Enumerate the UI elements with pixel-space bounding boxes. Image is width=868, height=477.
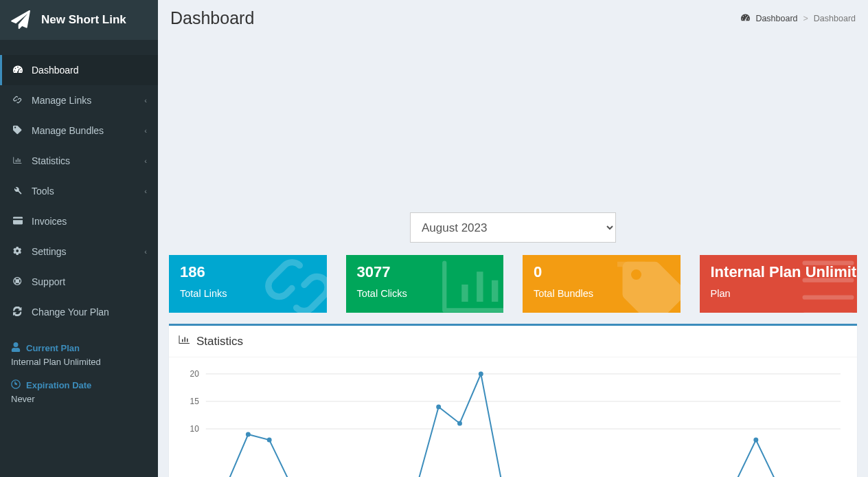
sidebar-item-manage-bundles[interactable]: Manage Bundles‹: [0, 115, 158, 146]
chevron-left-icon: ‹: [144, 247, 147, 256]
user-icon: [11, 342, 21, 354]
refresh-icon: [11, 307, 25, 318]
svg-text:20: 20: [190, 369, 200, 379]
chevron-left-icon: ‹: [144, 187, 147, 195]
sidebar-item-change-your-plan[interactable]: Change Your Plan: [0, 297, 158, 327]
new-short-link-label: New Short Link: [41, 13, 126, 27]
sidebar-item-label: Manage Links: [32, 95, 91, 106]
tile-total-bundles[interactable]: 0 Total Bundles: [523, 255, 681, 313]
sidebar-item-label: Tools: [32, 186, 54, 197]
sidebar-nav: DashboardManage Links‹Manage Bundles‹Sta…: [0, 55, 158, 327]
sidebar-item-label: Dashboard: [32, 65, 79, 76]
life-ring-icon: [11, 276, 25, 288]
statistics-panel: Statistics 101520: [169, 324, 857, 477]
chevron-left-icon: ‹: [144, 126, 147, 135]
sidebar-item-label: Statistics: [32, 155, 70, 166]
sidebar-item-tools[interactable]: Tools‹: [0, 176, 158, 206]
svg-point-32: [753, 438, 758, 443]
breadcrumb: Dashboard > Dashboard: [741, 13, 856, 24]
tile-total-clicks[interactable]: 3077 Total Clicks: [346, 255, 504, 313]
clock-icon: [11, 379, 21, 391]
bar-chart-icon: [179, 334, 190, 348]
svg-text:10: 10: [190, 424, 200, 434]
sidebar-item-label: Change Your Plan: [32, 307, 109, 318]
link-icon: [264, 255, 327, 313]
tags-icon: [617, 255, 681, 313]
page-title: Dashboard: [170, 8, 254, 28]
expiration-value: Never: [11, 394, 147, 404]
sidebar-item-support[interactable]: Support: [0, 267, 158, 297]
statistics-panel-header: Statistics: [169, 326, 857, 357]
sidebar-item-label: Manage Bundles: [32, 125, 104, 136]
wrench-icon: [11, 186, 25, 197]
svg-text:15: 15: [190, 397, 200, 406]
sidebar-item-label: Invoices: [32, 216, 67, 227]
svg-point-18: [457, 421, 462, 426]
svg-point-17: [436, 405, 441, 410]
chevron-left-icon: ‹: [144, 157, 147, 165]
statistics-panel-body: 101520: [169, 357, 857, 477]
breadcrumb-root[interactable]: Dashboard: [755, 14, 797, 23]
credit-card-icon: [11, 216, 25, 228]
tags-icon: [11, 125, 25, 137]
new-short-link-button[interactable]: New Short Link: [0, 0, 158, 40]
link-icon: [11, 95, 25, 107]
sidebar-item-label: Settings: [32, 246, 67, 257]
expiration-header: Expiration Date: [11, 379, 147, 391]
chevron-left-icon: ‹: [144, 96, 147, 104]
sidebar: New Short Link DashboardManage Links‹Man…: [0, 0, 158, 477]
sidebar-item-label: Support: [32, 276, 65, 287]
sidebar-item-dashboard[interactable]: Dashboard: [0, 55, 158, 85]
page-header: Dashboard Dashboard > Dashboard: [158, 0, 868, 34]
sidebar-item-settings[interactable]: Settings‹: [0, 236, 158, 267]
tachometer-icon: [741, 13, 750, 24]
svg-point-8: [246, 432, 251, 437]
main-content: Dashboard Dashboard > Dashboard August 2…: [158, 0, 868, 477]
sidebar-item-manage-links[interactable]: Manage Links‹: [0, 85, 158, 115]
stat-tiles: 186 Total Links 3077 Total Clicks 0 Tota…: [158, 255, 868, 313]
tachometer-icon: [11, 65, 25, 76]
bar-chart-icon: [440, 255, 503, 313]
statistics-chart: 101520: [179, 367, 847, 477]
breadcrumb-separator: >: [803, 14, 808, 23]
ad-space: [158, 34, 868, 212]
sidebar-info: Current Plan Internal Plan Unlimited Exp…: [0, 327, 158, 404]
sidebar-item-invoices[interactable]: Invoices: [0, 206, 158, 236]
month-select[interactable]: August 2023: [410, 212, 616, 243]
current-plan-value: Internal Plan Unlimited: [11, 357, 147, 367]
tile-plan[interactable]: Internal Plan Unlimited Plan: [700, 255, 858, 313]
cogs-icon: [11, 246, 25, 258]
breadcrumb-current: Dashboard: [814, 14, 856, 23]
paper-plane-icon: [11, 10, 30, 30]
bar-chart-icon: [11, 155, 25, 167]
tile-total-links[interactable]: 186 Total Links: [169, 255, 327, 313]
svg-point-19: [479, 372, 483, 377]
sidebar-item-statistics[interactable]: Statistics‹: [0, 146, 158, 176]
current-plan-header: Current Plan: [11, 342, 147, 354]
svg-point-9: [267, 438, 272, 443]
list-icon: [794, 255, 857, 313]
